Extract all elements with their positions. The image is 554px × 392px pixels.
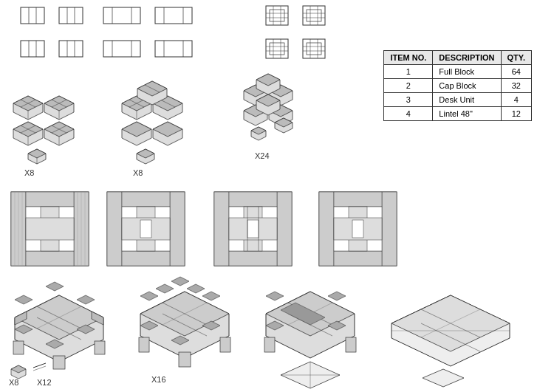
block-row2-2 [59, 41, 83, 57]
svg-rect-116 [26, 251, 74, 266]
svg-rect-12 [266, 6, 288, 25]
svg-rect-134 [140, 220, 151, 238]
svg-rect-169 [13, 341, 24, 354]
svg-rect-137 [277, 192, 292, 266]
svg-rect-127 [107, 192, 122, 266]
svg-rect-9 [155, 7, 192, 24]
block-row2-5 [266, 39, 288, 58]
main-container: ITEM NO. DESCRIPTION QTY. 1 Full Block 6… [0, 0, 554, 392]
svg-rect-149 [334, 192, 382, 207]
svg-rect-33 [155, 41, 192, 57]
svg-text:X8: X8 [133, 168, 143, 177]
svg-text:X16: X16 [151, 375, 166, 384]
svg-rect-143 [247, 220, 259, 238]
iso-group-left: X8 [13, 96, 74, 177]
svg-rect-130 [122, 251, 170, 266]
svg-rect-171 [53, 356, 65, 369]
svg-rect-208 [346, 337, 356, 352]
block-top-6 [303, 6, 325, 25]
svg-rect-150 [334, 251, 382, 266]
svg-rect-207 [264, 337, 275, 352]
plan-view-4 [319, 192, 397, 266]
block-top-4 [155, 7, 192, 24]
block-row2-6 [303, 39, 325, 58]
assembly-4: X32 [391, 295, 510, 392]
svg-rect-42 [303, 39, 325, 58]
iso-group-mid: X8 [122, 81, 182, 177]
svg-marker-191 [187, 284, 205, 293]
svg-rect-170 [95, 341, 105, 354]
drawing-svg: X8 [0, 0, 554, 392]
svg-marker-186 [202, 292, 220, 300]
svg-rect-43 [307, 43, 321, 55]
svg-rect-24 [21, 41, 44, 57]
svg-rect-0 [21, 7, 44, 24]
block-row2-1 [21, 41, 44, 57]
svg-marker-204 [328, 292, 346, 300]
svg-rect-119 [26, 218, 74, 240]
svg-marker-184 [140, 292, 158, 300]
iso-group-right: X24 [244, 74, 293, 160]
svg-rect-3 [59, 7, 83, 24]
svg-marker-164 [46, 282, 64, 291]
svg-marker-165 [77, 295, 95, 304]
svg-rect-6 [103, 7, 140, 24]
svg-marker-220 [423, 369, 464, 387]
svg-rect-36 [266, 39, 288, 58]
svg-marker-190 [156, 284, 174, 293]
block-top-3 [103, 7, 140, 24]
svg-rect-37 [270, 43, 284, 55]
plan-view-1 [11, 192, 89, 266]
svg-text:X12: X12 [37, 378, 52, 387]
svg-rect-27 [59, 41, 83, 57]
svg-marker-185 [171, 277, 189, 286]
svg-rect-154 [352, 220, 363, 238]
block-top-2 [59, 7, 83, 24]
svg-rect-139 [229, 251, 277, 266]
block-row2-4 [155, 41, 192, 57]
svg-rect-115 [26, 192, 74, 207]
block-top-5 [266, 6, 288, 25]
svg-rect-13 [270, 10, 284, 21]
svg-rect-194 [179, 352, 191, 367]
svg-rect-19 [307, 10, 321, 21]
plan-view-3 [214, 192, 292, 266]
svg-rect-129 [122, 192, 170, 207]
svg-marker-163 [15, 295, 33, 304]
svg-rect-128 [170, 192, 185, 266]
svg-rect-136 [214, 192, 229, 266]
svg-rect-138 [229, 192, 277, 207]
svg-rect-148 [382, 192, 397, 266]
assembly-3: X4 [264, 292, 356, 392]
plan-view-2 [107, 192, 185, 266]
svg-text:X8: X8 [24, 168, 34, 177]
block-top-1 [21, 7, 44, 24]
svg-rect-147 [319, 192, 334, 266]
assembly-1: X8 X12 [9, 282, 105, 387]
svg-rect-30 [103, 41, 140, 57]
svg-marker-203 [266, 292, 284, 300]
block-row2-3 [103, 41, 140, 57]
svg-text:X8: X8 [9, 378, 18, 387]
svg-rect-192 [139, 337, 149, 352]
assembly-2: X16 [139, 277, 230, 384]
svg-rect-193 [220, 337, 230, 352]
svg-rect-18 [303, 6, 325, 25]
svg-text:X24: X24 [255, 151, 270, 160]
